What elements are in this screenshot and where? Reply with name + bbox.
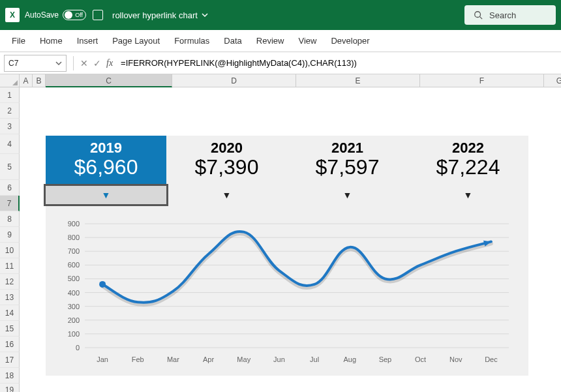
row-headers: 12345678910111213141516171819 (0, 87, 20, 392)
toggle-knob (65, 11, 72, 19)
col-header-b[interactable]: B (33, 74, 46, 87)
year-card-2021[interactable]: 2021 $7,597 (287, 136, 408, 186)
row-header-8[interactable]: 8 (0, 211, 20, 227)
svg-text:200: 200 (68, 316, 80, 324)
row-header-18[interactable]: 18 (0, 368, 20, 384)
save-icon[interactable] (93, 10, 103, 20)
row-header-4[interactable]: 4 (0, 134, 20, 154)
year-label: 2021 (287, 140, 408, 157)
year-value: $7,390 (166, 155, 287, 179)
formula-tools: ✕ ✓ fx (80, 58, 113, 68)
formula-input[interactable] (117, 55, 557, 72)
tab-home[interactable]: Home (40, 36, 63, 46)
row-header-10[interactable]: 10 (0, 243, 20, 258)
svg-text:Apr: Apr (203, 355, 214, 363)
year-label: 2020 (166, 140, 287, 157)
year-value: $7,224 (408, 155, 528, 179)
col-header-e[interactable]: E (296, 74, 420, 87)
toggle-state: Off (75, 12, 83, 18)
svg-text:Oct: Oct (415, 355, 426, 363)
toggle-switch[interactable]: Off (63, 10, 86, 20)
row-header-17[interactable]: 17 (0, 352, 20, 368)
title-bar: X AutoSave Off rollover hyperlink chart … (0, 0, 561, 30)
row-header-1[interactable]: 1 (0, 87, 20, 103)
svg-line-1 (480, 17, 483, 20)
row-header-16[interactable]: 16 (0, 337, 20, 352)
name-box-value: C7 (8, 59, 18, 68)
svg-text:800: 800 (68, 234, 80, 241)
autosave-label: AutoSave (25, 10, 59, 20)
enter-icon[interactable]: ✓ (93, 58, 101, 68)
svg-text:Aug: Aug (343, 355, 356, 363)
tab-insert[interactable]: Insert (77, 36, 99, 46)
triangle-cell-2022[interactable]: ▼ (408, 186, 528, 204)
col-header-c[interactable]: C (46, 74, 172, 87)
year-value: $7,597 (287, 155, 408, 179)
svg-text:0: 0 (76, 344, 80, 352)
row-header-7[interactable]: 7 (0, 196, 20, 211)
row-header-11[interactable]: 11 (0, 258, 20, 274)
svg-text:600: 600 (68, 261, 80, 269)
autosave-toggle[interactable]: AutoSave Off (25, 10, 86, 20)
year-row: 2019 $6,960 2020 $7,390 2021 $7,597 2022… (46, 136, 528, 186)
svg-text:300: 300 (68, 303, 80, 310)
triangle-row: ▼ ▼ ▼ ▼ (46, 186, 528, 204)
name-box[interactable]: C7 (4, 55, 67, 72)
tab-data[interactable]: Data (224, 36, 241, 46)
tab-file[interactable]: File (12, 36, 25, 46)
cancel-icon[interactable]: ✕ (80, 58, 88, 68)
row-header-14[interactable]: 14 (0, 305, 20, 321)
triangle-cell-2021[interactable]: ▼ (287, 186, 408, 204)
worksheet-grid[interactable]: A B C D E F G 12345678910111213141516171… (0, 74, 561, 392)
svg-text:Feb: Feb (132, 355, 144, 363)
select-all-button[interactable] (0, 74, 20, 87)
triangle-cell-2019[interactable]: ▼ (46, 186, 166, 204)
row-header-6[interactable]: 6 (0, 180, 20, 196)
col-header-a[interactable]: A (20, 74, 33, 87)
svg-text:May: May (237, 355, 250, 363)
tab-formulas[interactable]: Formulas (174, 36, 209, 46)
row-header-3[interactable]: 3 (0, 119, 20, 134)
excel-icon: X (5, 8, 20, 22)
column-headers: A B C D E F G (20, 74, 561, 87)
ribbon-tabs: File Home Insert Page Layout Formulas Da… (0, 30, 561, 52)
search-placeholder: Search (489, 10, 516, 20)
dashboard: 2019 $6,960 2020 $7,390 2021 $7,597 2022… (46, 136, 528, 376)
triangle-cell-2020[interactable]: ▼ (166, 186, 287, 204)
svg-text:900: 900 (68, 220, 80, 228)
svg-text:Jan: Jan (97, 355, 108, 363)
svg-text:Jul: Jul (310, 355, 319, 363)
row-header-13[interactable]: 13 (0, 290, 20, 305)
search-icon (474, 10, 483, 20)
year-card-2019[interactable]: 2019 $6,960 (46, 136, 166, 186)
tab-view[interactable]: View (298, 36, 316, 46)
svg-point-34 (99, 281, 106, 288)
row-header-12[interactable]: 12 (0, 274, 20, 290)
year-value: $6,960 (46, 155, 166, 179)
chevron-down-icon (55, 60, 62, 67)
fx-icon[interactable]: fx (106, 58, 113, 68)
tab-review[interactable]: Review (256, 36, 284, 46)
triangle-down-icon: ▼ (102, 186, 111, 204)
tab-page-layout[interactable]: Page Layout (112, 36, 160, 46)
chart-container[interactable]: 0100200300400500600700800900JanFebMarApr… (46, 204, 528, 376)
document-name[interactable]: rollover hyperlink chart (112, 10, 208, 20)
document-name-text: rollover hyperlink chart (112, 10, 198, 20)
svg-text:Nov: Nov (449, 355, 462, 363)
year-label: 2022 (408, 140, 528, 157)
col-header-g[interactable]: G (544, 74, 561, 87)
row-header-5[interactable]: 5 (0, 154, 20, 180)
row-header-19[interactable]: 19 (0, 384, 20, 392)
row-header-2[interactable]: 2 (0, 103, 20, 119)
row-header-9[interactable]: 9 (0, 227, 20, 243)
year-card-2022[interactable]: 2022 $7,224 (408, 136, 528, 186)
col-header-d[interactable]: D (172, 74, 296, 87)
triangle-down-icon: ▼ (222, 186, 232, 204)
year-card-2020[interactable]: 2020 $7,390 (166, 136, 287, 186)
search-box[interactable]: Search (464, 5, 556, 25)
col-header-f[interactable]: F (420, 74, 544, 87)
row-header-15[interactable]: 15 (0, 321, 20, 337)
chevron-down-icon (202, 12, 208, 18)
formula-bar-row: C7 ✕ ✓ fx (0, 52, 561, 74)
tab-developer[interactable]: Developer (331, 36, 369, 46)
